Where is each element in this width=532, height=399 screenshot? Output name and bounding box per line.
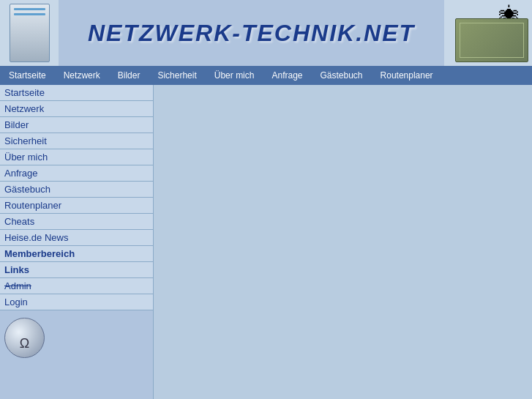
nav-item-über-mich[interactable]: Über mich	[206, 66, 263, 85]
sidebar-item-netzwerk[interactable]: Netzwerk	[0, 101, 153, 117]
circuit-board-icon	[455, 18, 528, 62]
sidebar-item-bilder[interactable]: Bilder	[0, 117, 153, 133]
sidebar-item-links[interactable]: Links	[0, 262, 153, 278]
sidebar-item-admin[interactable]: Admin	[0, 278, 153, 294]
sidebar-item-memberbereich[interactable]: Memberbereich	[0, 246, 153, 262]
nav-item-bilder[interactable]: Bilder	[109, 66, 149, 85]
sidebar-item-heisede-news[interactable]: Heise.de News	[0, 230, 153, 246]
wikipedia-globe-icon[interactable]	[4, 318, 45, 358]
nav-item-startseite[interactable]: Startseite	[0, 66, 55, 85]
content-area: StartseiteNetzwerkBilderSicherheitÜber m…	[0, 85, 532, 399]
server-icon	[10, 4, 50, 62]
navbar: StartseiteNetzwerkBilderSicherheitÜber m…	[0, 66, 532, 85]
sidebar-item-cheats[interactable]: Cheats	[0, 214, 153, 230]
sidebar-item-login[interactable]: Login	[0, 294, 153, 310]
sidebar-footer	[0, 310, 153, 365]
sidebar-item-routenplaner[interactable]: Routenplaner	[0, 198, 153, 214]
header-logo	[0, 0, 59, 66]
sidebar: StartseiteNetzwerkBilderSicherheitÜber m…	[0, 85, 154, 399]
nav-item-netzwerk[interactable]: Netzwerk	[55, 66, 109, 85]
nav-item-anfrage[interactable]: Anfrage	[263, 66, 311, 85]
sidebar-item-über-mich[interactable]: Über mich	[0, 149, 153, 165]
nav-item-gästebuch[interactable]: Gästebuch	[312, 66, 372, 85]
site-title: Netzwerk-Technik.NET	[59, 20, 444, 47]
sidebar-item-anfrage[interactable]: Anfrage	[0, 165, 153, 182]
header-right-decoration: 🕷	[444, 0, 532, 66]
header: Netzwerk-Technik.NET 🕷	[0, 0, 532, 66]
nav-item-sicherheit[interactable]: Sicherheit	[149, 66, 205, 85]
main-content	[154, 85, 532, 399]
sidebar-item-startseite[interactable]: Startseite	[0, 85, 153, 101]
nav-item-routenplaner[interactable]: Routenplaner	[372, 66, 442, 85]
sidebar-item-sicherheit[interactable]: Sicherheit	[0, 133, 153, 149]
sidebar-item-gästebuch[interactable]: Gästebuch	[0, 182, 153, 198]
